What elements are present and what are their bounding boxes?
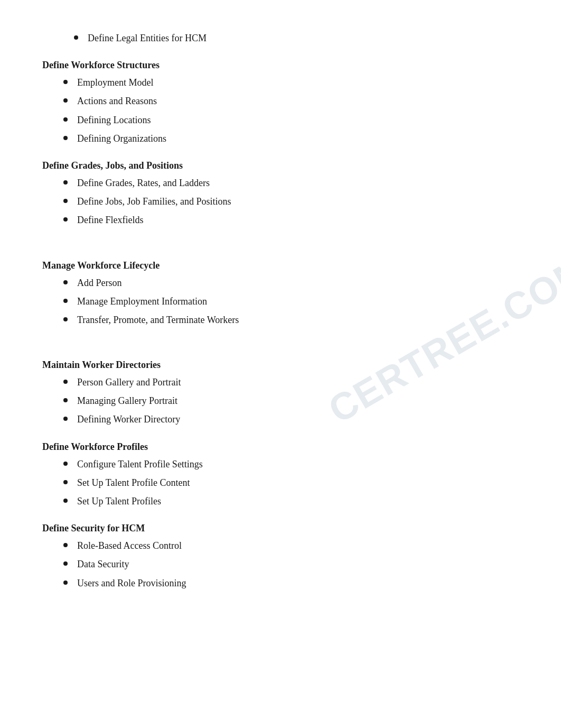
bullet-icon [63,180,68,185]
list-item: Add Person [42,277,519,290]
bullet-icon [63,317,68,321]
section-heading-workforce-structures: Define Workforce Structures [42,60,519,71]
bullet-icon [63,417,68,421]
bullet-icon [63,98,68,103]
bullet-list-workforce-structures: Employment ModelActions and ReasonsDefin… [42,76,519,145]
list-item: Define Flexfields [42,214,519,227]
list-item: Managing Gallery Portrait [42,394,519,408]
bullet-icon [63,280,68,284]
item-label-person-gallery: Person Gallery and Portrait [77,376,181,389]
item-label-set-up-talent-profiles: Set Up Talent Profiles [77,495,161,508]
bullet-icon [63,380,68,384]
bullet-list-workforce-profiles: Configure Talent Profile SettingsSet Up … [42,458,519,509]
item-label-defining-organizations: Defining Organizations [77,132,166,145]
bullet-list-grades-jobs-positions: Define Grades, Rates, and LaddersDefine … [42,177,519,227]
list-item: Define Jobs, Job Families, and Positions [42,195,519,208]
list-item: Manage Employment Information [42,295,519,308]
list-item: Actions and Reasons [42,95,519,108]
bullet-icon [63,480,68,484]
item-label-users-role-provisioning: Users and Role Provisioning [77,577,186,590]
item-label-employment-model: Employment Model [77,76,153,89]
list-item: Define Grades, Rates, and Ladders [42,177,519,190]
bullet-icon [63,80,68,84]
item-label-manage-employment: Manage Employment Information [77,295,207,308]
item-label-role-based-access: Role-Based Access Control [77,539,182,552]
section-heading-worker-directories: Maintain Worker Directories [42,360,519,371]
bullet-list-security-hcm: Role-Based Access ControlData SecurityUs… [42,539,519,590]
item-label-managing-gallery: Managing Gallery Portrait [77,394,177,408]
list-item: Users and Role Provisioning [42,577,519,590]
bullet-list-worker-directories: Person Gallery and PortraitManaging Gall… [42,376,519,427]
bullet-list-workforce-lifecycle: Add PersonManage Employment InformationT… [42,277,519,327]
section-heading-security-hcm: Define Security for HCM [42,523,519,534]
bullet-icon [63,136,68,140]
item-label-add-person: Add Person [77,277,122,290]
bullet-icon [63,499,68,503]
list-item: Employment Model [42,76,519,89]
list-item: Set Up Talent Profile Content [42,476,519,490]
item-label-define-jobs: Define Jobs, Job Families, and Positions [77,195,231,208]
section-heading-grades-jobs-positions: Define Grades, Jobs, and Positions [42,160,519,171]
item-label-actions-and-reasons: Actions and Reasons [77,95,157,108]
section-heading-workforce-profiles: Define Workforce Profiles [42,441,519,453]
bullet-icon [63,561,68,566]
bullet-icon [63,199,68,203]
bullet-icon [63,299,68,303]
bullet-icon [63,398,68,402]
item-label-define-grades: Define Grades, Rates, and Ladders [77,177,210,190]
main-content: Define Legal Entities for HCM Define Wor… [42,32,519,590]
bullet-icon [63,543,68,547]
list-item: Role-Based Access Control [42,539,519,552]
list-item: Set Up Talent Profiles [42,495,519,508]
list-item: Configure Talent Profile Settings [42,458,519,471]
list-item: Defining Organizations [42,132,519,145]
item-label-defining-worker-directory: Defining Worker Directory [77,413,180,426]
section-heading-workforce-lifecycle: Manage Workforce Lifecycle [42,260,519,271]
item-label-transfer-promote: Transfer, Promote, and Terminate Workers [77,314,239,327]
item-label-define-flexfields: Define Flexfields [77,214,143,227]
list-item: Person Gallery and Portrait [42,376,519,389]
list-item: Transfer, Promote, and Terminate Workers [42,314,519,327]
bullet-icon [63,217,68,222]
item-label-configure-talent: Configure Talent Profile Settings [77,458,203,471]
item-label-defining-locations: Defining Locations [77,114,151,127]
item-label-data-security: Data Security [77,558,129,571]
list-item: Defining Locations [42,114,519,127]
item-label: Define Legal Entities for HCM [88,32,207,45]
bullet-icon [74,35,78,40]
bullet-icon [63,462,68,466]
bullet-icon [63,117,68,122]
list-item: Data Security [42,558,519,571]
list-item: Define Legal Entities for HCM [42,32,519,45]
item-label-set-up-talent-content: Set Up Talent Profile Content [77,476,190,490]
bullet-icon [63,580,68,585]
list-item: Defining Worker Directory [42,413,519,426]
